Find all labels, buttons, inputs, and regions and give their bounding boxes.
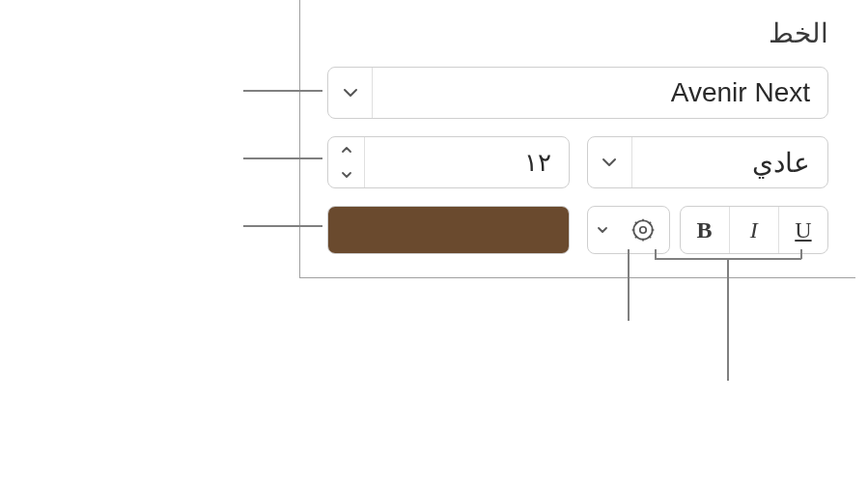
callout-line [655,249,657,259]
color-format-row: B I U [327,206,828,254]
font-size-field[interactable]: ١٢ [327,136,570,188]
font-panel: الخط Avenir Next ١٢ عا [299,0,855,278]
style-size-row: ١٢ عادي [327,136,828,188]
stepper-up-button[interactable] [328,137,364,162]
font-style-dropdown[interactable]: عادي [587,136,829,188]
biu-segmented-control: B I U [680,206,829,254]
italic-glyph: I [750,217,758,243]
callout-line [243,157,322,159]
font-style-value: عادي [632,147,828,179]
callout-line [727,259,729,381]
callout-line [800,249,802,259]
callout-line [243,225,322,227]
stepper-down-button[interactable] [328,162,364,187]
chevron-down-icon [588,207,617,253]
chevron-down-icon [588,137,632,187]
gear-icon [617,217,669,243]
callout-line [628,249,630,321]
callout-line [655,258,801,260]
underline-button[interactable]: U [778,207,827,253]
bold-glyph: B [697,217,713,243]
svg-point-1 [639,227,646,234]
italic-button[interactable]: I [729,207,778,253]
size-stepper [328,137,365,187]
chevron-down-icon [328,68,373,118]
text-style-group: B I U [587,206,829,254]
underline-glyph: U [795,217,811,243]
font-family-value: Avenir Next [373,77,827,108]
section-title: الخط [327,17,828,49]
font-size-value: ١٢ [365,137,569,187]
font-color-well[interactable] [327,206,570,254]
advanced-options-dropdown[interactable] [587,206,670,254]
callout-line [243,90,322,92]
font-family-row: Avenir Next [327,67,828,119]
bold-button[interactable]: B [681,207,729,253]
color-swatch [328,207,569,253]
font-family-dropdown[interactable]: Avenir Next [327,67,828,119]
